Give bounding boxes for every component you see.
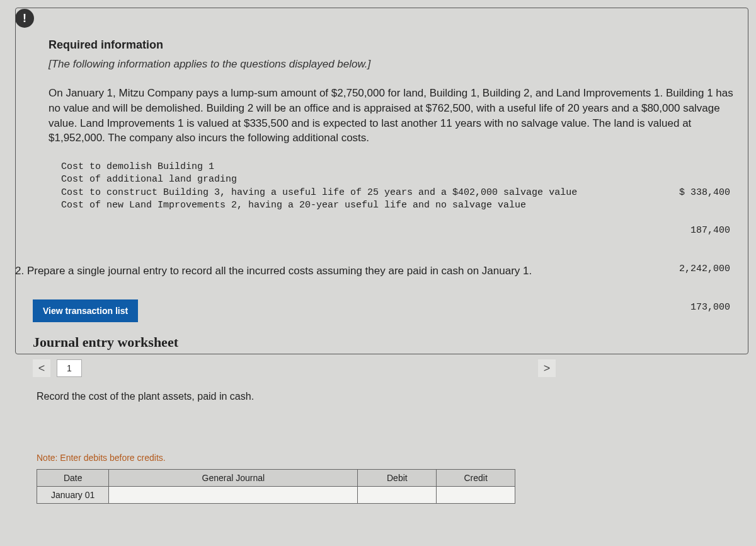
header-credit: Credit [437,470,515,487]
next-entry-button[interactable]: > [538,359,556,377]
worksheet-nav: < 1 > [33,359,556,377]
entry-instruction: Record the cost of the plant assets, pai… [33,391,556,402]
worksheet-title: Journal entry worksheet [33,334,556,351]
question-text: 2. Prepare a single journal entry to rec… [15,265,748,277]
cell-date[interactable]: January 01 [37,487,109,504]
header-journal: General Journal [109,470,358,487]
view-transaction-list-button[interactable]: View transaction list [33,299,138,322]
table-header-row: Date General Journal Debit Credit [37,470,515,487]
header-date: Date [37,470,109,487]
required-body: On January 1, Mitzu Company pays a lump-… [49,86,734,146]
header-debit: Debit [358,470,437,487]
cell-journal[interactable] [109,487,358,504]
cost-block: Cost to demolish Building 1 Cost of addi… [49,161,734,340]
entry-page-number[interactable]: 1 [57,359,82,377]
cost-label: Cost of additional land grading [61,173,679,186]
cost-label: Cost of new Land Improvements 2, having … [61,199,679,212]
journal-worksheet: Journal entry worksheet < 1 > Record the… [33,334,556,504]
entry-note: Note: Enter debits before credits. [33,453,556,463]
table-row: January 01 [37,487,515,504]
cost-label: Cost to demolish Building 1 [61,161,679,173]
cost-label: Cost to construct Building 3, having a u… [61,187,679,199]
cost-value: 187,400 [679,224,730,237]
cost-value: 173,000 [679,301,730,314]
prev-entry-button[interactable]: < [33,359,50,377]
required-subtitle: [The following information applies to th… [49,58,734,71]
cost-value: $ 338,400 [679,187,730,199]
journal-entry-table: Date General Journal Debit Credit Januar… [37,469,515,504]
cell-debit[interactable] [358,487,437,504]
cell-credit[interactable] [437,487,515,504]
required-title: Required information [49,38,734,52]
